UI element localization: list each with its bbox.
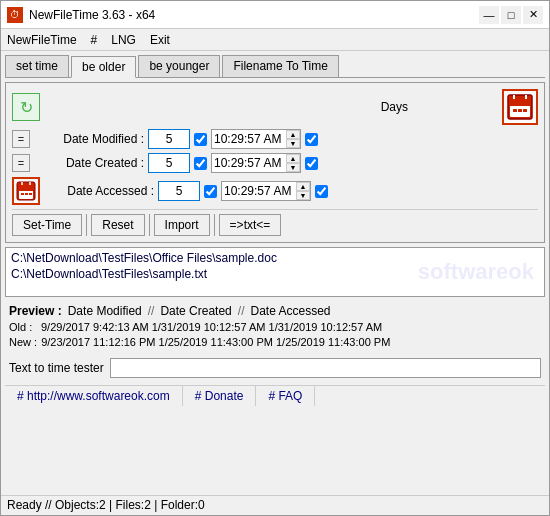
date-created-spin-up[interactable]: ▲ — [286, 154, 300, 163]
refresh-button[interactable]: ↻ — [12, 93, 40, 121]
reset-button[interactable]: Reset — [91, 214, 144, 236]
main-panel: ↻ Days — [5, 82, 545, 243]
content-area: set time be older be younger Filename To… — [1, 51, 549, 495]
preview-old-row: Old : 9/29/2017 9:42:13 AM 1/31/2019 10:… — [9, 321, 541, 333]
app-icon: ⏱ — [7, 7, 23, 23]
date-modified-row: = Date Modified : ▲ ▼ — [12, 129, 538, 149]
date-accessed-spin-up[interactable]: ▲ — [296, 182, 310, 191]
date-created-days-input[interactable] — [148, 153, 190, 173]
date-accessed-row: Date Accessed : ▲ ▼ — [12, 177, 538, 205]
preview-sep-2: // — [238, 304, 245, 318]
tab-be-younger[interactable]: be younger — [138, 55, 220, 77]
maximize-button[interactable]: □ — [501, 6, 521, 24]
date-accessed-spin: ▲ ▼ — [296, 182, 310, 200]
preview-col-created: Date Created — [160, 304, 231, 318]
date-created-label: Date Created : — [34, 156, 144, 170]
separator-2 — [149, 214, 150, 236]
menu-bar: NewFileTime # LNG Exit — [1, 29, 549, 51]
date-accessed-label: Date Accessed : — [44, 184, 154, 198]
date-modified-spin-up[interactable]: ▲ — [286, 130, 300, 139]
date-created-checkbox2[interactable] — [305, 157, 318, 170]
date-modified-time-input[interactable] — [212, 130, 286, 148]
date-created-checkbox[interactable] — [194, 157, 207, 170]
preview-header: Preview : Date Modified // Date Created … — [9, 304, 541, 318]
link-softwareok[interactable]: # http://www.softwareok.com — [5, 386, 183, 406]
preview-old-values: 9/29/2017 9:42:13 AM 1/31/2019 10:12:57 … — [41, 321, 382, 333]
preview-section: Preview : Date Modified // Date Created … — [5, 301, 545, 351]
date-created-time-group: ▲ ▼ — [211, 153, 301, 173]
preview-new-label: New : — [9, 336, 37, 348]
file-item-1: C:\NetDownload\TestFiles\Office Files\sa… — [11, 251, 539, 265]
svg-rect-13 — [21, 193, 24, 195]
preview-new-row: New : 9/23/2017 11:12:16 PM 1/25/2019 11… — [9, 336, 541, 348]
date-modified-label: Date Modified : — [34, 132, 144, 146]
svg-rect-14 — [25, 193, 28, 195]
import-button[interactable]: Import — [154, 214, 210, 236]
date-created-spin-down[interactable]: ▼ — [286, 163, 300, 172]
txt-button[interactable]: =>txt<= — [219, 214, 282, 236]
menu-item-exit[interactable]: Exit — [150, 33, 170, 47]
date-modified-days-input[interactable] — [148, 129, 190, 149]
tab-bar: set time be older be younger Filename To… — [5, 55, 545, 78]
date-modified-time-group: ▲ ▼ — [211, 129, 301, 149]
text-tester-label: Text to time tester — [9, 361, 104, 375]
calendar-icon-right — [502, 89, 538, 125]
date-accessed-checkbox[interactable] — [204, 185, 217, 198]
separator-1 — [86, 214, 87, 236]
svg-rect-5 — [513, 109, 517, 112]
calendar-icon-left — [12, 177, 40, 205]
action-bar: Set-Time Reset Import =>txt<= — [12, 209, 538, 236]
separator-3 — [214, 214, 215, 236]
date-modified-checkbox2[interactable] — [305, 133, 318, 146]
date-accessed-checkbox-area — [204, 185, 217, 198]
text-tester-row: Text to time tester — [5, 355, 545, 381]
menu-item-lng[interactable]: LNG — [111, 33, 136, 47]
date-accessed-time-input[interactable] — [222, 182, 296, 200]
svg-rect-7 — [523, 109, 527, 112]
title-bar: ⏱ NewFileTime 3.63 - x64 — □ ✕ — [1, 1, 549, 29]
date-accessed-checkbox2[interactable] — [315, 185, 328, 198]
date-accessed-days-input[interactable] — [158, 181, 200, 201]
svg-rect-6 — [518, 109, 522, 112]
date-accessed-spin-down[interactable]: ▼ — [296, 191, 310, 200]
window-controls: — □ ✕ — [479, 6, 543, 24]
svg-rect-10 — [19, 187, 33, 191]
date-created-checkbox-area — [194, 157, 207, 170]
preview-new-values: 9/23/2017 11:12:16 PM 1/25/2019 11:43:00… — [41, 336, 390, 348]
file-item-2: C:\NetDownload\TestFiles\sample.txt — [11, 267, 539, 281]
date-modified-checkbox-area — [194, 133, 207, 146]
tab-set-time[interactable]: set time — [5, 55, 69, 77]
preview-old-label: Old : — [9, 321, 37, 333]
main-window: ⏱ NewFileTime 3.63 - x64 — □ ✕ NewFileTi… — [0, 0, 550, 516]
set-time-button[interactable]: Set-Time — [12, 214, 82, 236]
date-created-row: = Date Created : ▲ ▼ — [12, 153, 538, 173]
file-list[interactable]: C:\NetDownload\TestFiles\Office Files\sa… — [5, 247, 545, 297]
window-title: NewFileTime 3.63 - x64 — [29, 8, 479, 22]
link-faq[interactable]: # FAQ — [256, 386, 315, 406]
text-tester-input[interactable] — [110, 358, 541, 378]
date-modified-eq-btn[interactable]: = — [12, 130, 30, 148]
tab-filename-to-time[interactable]: Filename To Time — [222, 55, 338, 77]
date-created-eq-btn[interactable]: = — [12, 154, 30, 172]
close-button[interactable]: ✕ — [523, 6, 543, 24]
preview-col-accessed: Date Accessed — [250, 304, 330, 318]
link-donate[interactable]: # Donate — [183, 386, 257, 406]
svg-rect-2 — [510, 101, 530, 106]
date-modified-spin: ▲ ▼ — [286, 130, 300, 148]
date-created-spin: ▲ ▼ — [286, 154, 300, 172]
bottom-links: # http://www.softwareok.com # Donate # F… — [5, 385, 545, 406]
date-created-time-input[interactable] — [212, 154, 286, 172]
preview-label: Preview : — [9, 304, 62, 318]
status-text: Ready // Objects:2 | Files:2 | Folder:0 — [7, 498, 205, 512]
date-modified-checkbox[interactable] — [194, 133, 207, 146]
date-accessed-time-group: ▲ ▼ — [221, 181, 311, 201]
date-modified-spin-down[interactable]: ▼ — [286, 139, 300, 148]
tab-be-older[interactable]: be older — [71, 56, 136, 78]
preview-col-modified: Date Modified — [68, 304, 142, 318]
menu-item-app-name: NewFileTime — [7, 33, 77, 47]
svg-rect-15 — [29, 193, 32, 195]
preview-sep-1: // — [148, 304, 155, 318]
minimize-button[interactable]: — — [479, 6, 499, 24]
menu-item-hash[interactable]: # — [91, 33, 98, 47]
days-column-label: Days — [381, 100, 408, 114]
